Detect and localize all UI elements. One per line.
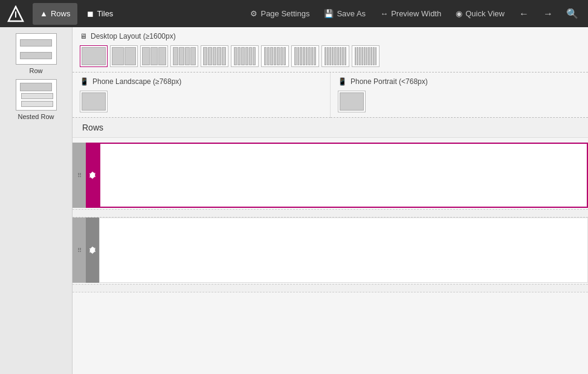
- search-btn[interactable]: 🔍: [561, 3, 583, 25]
- row-item-1: ⠿: [73, 143, 588, 208]
- nested-row-preview: [16, 79, 57, 111]
- phone-landscape-1col[interactable]: [80, 91, 108, 112]
- row1-settings-btn[interactable]: [86, 143, 99, 208]
- save-as-btn[interactable]: 💾 Save As: [318, 3, 372, 25]
- page-settings-label: Page Settings: [260, 9, 309, 18]
- row2-content: [99, 218, 588, 283]
- page-settings-btn[interactable]: ⚙ Page Settings: [244, 3, 315, 25]
- phone-portrait-options: [338, 91, 581, 112]
- desktop-layout-3col[interactable]: [140, 45, 168, 67]
- desktop-layout-section: 🖥 Desktop Layout (≥1600px): [73, 27, 588, 73]
- preview-width-label: Preview Width: [391, 9, 441, 18]
- row2-settings-btn[interactable]: [86, 218, 99, 283]
- nested-row-label: Nested Row: [18, 113, 54, 120]
- phone-portrait-1col[interactable]: [338, 91, 366, 112]
- undo-icon: ←: [519, 8, 529, 19]
- redo-icon: →: [543, 8, 553, 19]
- row2-spacer: [73, 284, 588, 292]
- nested-row-preview-line2: [21, 93, 53, 99]
- rows-nav-btn[interactable]: ▲ Rows: [33, 3, 77, 25]
- desktop-icon: 🖥: [80, 32, 87, 40]
- desktop-layout-6col[interactable]: [231, 45, 259, 67]
- drag-icon: ⠿: [77, 172, 82, 179]
- rows-label: Rows: [51, 9, 71, 18]
- row1-spacer: [73, 209, 588, 218]
- right-panel: 🖥 Desktop Layout (≥1600px): [73, 27, 588, 374]
- main-content: Row Nested Row 🖥 Desktop Layout (≥1600px…: [0, 27, 588, 374]
- tablet-phone-row: 📱 Phone Landscape (≥768px) 📱 Phone Portr…: [73, 73, 588, 118]
- tiles-nav-btn[interactable]: ◼ Tiles: [80, 3, 120, 25]
- desktop-layout-4col[interactable]: [170, 45, 198, 67]
- phone-portrait-section: 📱 Phone Portrait (<768px): [331, 73, 588, 118]
- row1-handle[interactable]: ⠿: [73, 143, 86, 208]
- rows-icon: ▲: [40, 9, 48, 18]
- search-icon: 🔍: [566, 8, 578, 19]
- tiles-label: Tiles: [97, 9, 113, 18]
- redo-btn[interactable]: →: [537, 3, 559, 25]
- gear-icon: [88, 171, 97, 179]
- phone-landscape-title: 📱 Phone Landscape (≥768px): [80, 77, 323, 86]
- drag-icon-2: ⠿: [77, 247, 82, 254]
- row-block-item[interactable]: Row: [5, 33, 67, 74]
- phone-portrait-icon: 📱: [338, 77, 347, 86]
- rows-header: Rows: [73, 118, 588, 138]
- row-label: Row: [29, 67, 42, 74]
- desktop-layout-1col[interactable]: [80, 45, 108, 67]
- nested-row-preview-line3: [21, 101, 53, 107]
- nested-row-block-item[interactable]: Nested Row: [5, 79, 67, 120]
- rows-section: Rows ⠿: [73, 118, 588, 374]
- left-panel: Row Nested Row: [0, 27, 73, 374]
- quick-view-label: Quick View: [465, 9, 505, 18]
- phone-landscape-section: 📱 Phone Landscape (≥768px): [73, 73, 331, 118]
- rows-section-title: Rows: [82, 123, 103, 132]
- gear-icon-2: [88, 246, 97, 254]
- save-as-label: Save As: [337, 9, 366, 18]
- quick-view-btn[interactable]: ◉ Quick View: [450, 3, 511, 25]
- desktop-layout-10col[interactable]: [352, 45, 380, 67]
- row2-handle[interactable]: ⠿: [73, 218, 86, 283]
- desktop-layout-2col[interactable]: [110, 45, 138, 67]
- tiles-icon: ◼: [87, 9, 94, 18]
- top-bar: ▲ Rows ◼ Tiles ⚙ Page Settings 💾 Save As…: [0, 0, 588, 27]
- desktop-layout-title: 🖥 Desktop Layout (≥1600px): [80, 32, 581, 40]
- undo-btn[interactable]: ←: [513, 3, 535, 25]
- phone-portrait-title: 📱 Phone Portrait (<768px): [338, 77, 581, 86]
- row-preview-line2: [20, 52, 51, 59]
- phone-landscape-icon: 📱: [80, 77, 89, 86]
- row1-content: [99, 143, 588, 208]
- desktop-layout-options: [80, 45, 581, 67]
- desktop-layout-8col[interactable]: [291, 45, 319, 67]
- nested-row-preview-line1: [20, 83, 51, 91]
- preview-width-icon: ↔: [380, 9, 388, 18]
- save-as-icon: 💾: [324, 9, 334, 18]
- phone-landscape-options: [80, 91, 323, 112]
- desktop-layout-5col[interactable]: [201, 45, 228, 67]
- row-preview-line1: [20, 39, 51, 47]
- preview-width-btn[interactable]: ↔ Preview Width: [374, 3, 447, 25]
- desktop-layout-9col[interactable]: [321, 45, 349, 67]
- desktop-layout-7col[interactable]: [261, 45, 289, 67]
- logo: [5, 3, 27, 25]
- quick-view-icon: ◉: [456, 9, 462, 18]
- row-preview: [16, 33, 57, 65]
- rows-container: ⠿ ⠿: [73, 138, 588, 297]
- row-item-2: ⠿: [73, 218, 588, 283]
- page-settings-icon: ⚙: [250, 9, 257, 18]
